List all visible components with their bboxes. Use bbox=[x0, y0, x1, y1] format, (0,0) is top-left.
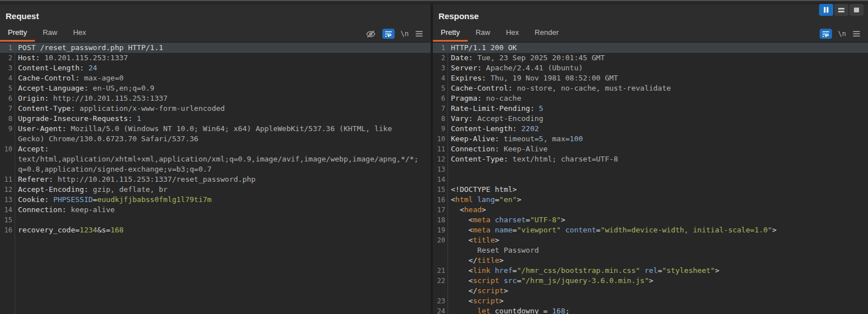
code-text: let countdowny = 168; bbox=[445, 306, 868, 314]
tab-pretty[interactable]: Pretty bbox=[433, 25, 468, 42]
code-row[interactable]: 1POST /reset_password.php HTTP/1.1 bbox=[0, 43, 431, 53]
code-text: Accept-Language: en-US,en;q=0.9 bbox=[12, 83, 431, 93]
line-number: 13 bbox=[0, 195, 12, 205]
layout-button-group bbox=[819, 4, 864, 16]
response-toolbar: \n bbox=[820, 29, 868, 42]
code-row[interactable]: 2Host: 10.201.115.253:1337 bbox=[0, 53, 431, 63]
code-row[interactable]: 7Content-Type: application/x-www-form-ur… bbox=[0, 104, 431, 114]
code-row[interactable]: 6Pragma: no-cache bbox=[433, 93, 868, 104]
code-text: </script> bbox=[445, 286, 868, 296]
code-row[interactable]: 23 <script> bbox=[433, 296, 868, 306]
line-number: 14 bbox=[0, 205, 12, 215]
code-row[interactable]: 21 <link href="/hmr_css/bootstrap.min.cs… bbox=[433, 266, 868, 276]
tab-pretty[interactable]: Pretty bbox=[0, 25, 35, 42]
code-text bbox=[445, 174, 868, 185]
code-row[interactable]: text/html,application/xhtml+xml,applicat… bbox=[0, 154, 431, 164]
line-number: 4 bbox=[0, 73, 12, 83]
columns-layout-button[interactable] bbox=[819, 4, 833, 16]
line-number: 19 bbox=[433, 225, 445, 235]
code-row[interactable]: 4Expires: Thu, 19 Nov 1981 08:52:00 GMT bbox=[433, 73, 868, 83]
code-row[interactable]: </title> bbox=[433, 255, 868, 266]
code-row[interactable]: 10Accept: bbox=[0, 144, 431, 154]
tab-render[interactable]: Render bbox=[527, 25, 567, 42]
code-row[interactable]: 14 bbox=[433, 174, 868, 185]
newline-icon[interactable]: \n bbox=[838, 30, 846, 38]
word-wrap-icon[interactable] bbox=[382, 29, 395, 39]
line-number: 5 bbox=[433, 83, 445, 93]
code-row[interactable]: 16<html lang="en"> bbox=[433, 195, 868, 205]
code-row[interactable]: 3Server: Apache/2.4.41 (Ubuntu) bbox=[433, 63, 868, 73]
code-row[interactable]: 4Cache-Control: max-age=0 bbox=[0, 73, 431, 83]
line-number: 14 bbox=[433, 174, 445, 185]
line-number: 24 bbox=[433, 306, 445, 314]
message-editor-split: Request PrettyRawHex bbox=[0, 5, 868, 314]
code-row[interactable]: 8Upgrade-Insecure-Requests: 1 bbox=[0, 114, 431, 124]
code-row[interactable]: 8Vary: Accept-Encoding bbox=[433, 114, 868, 124]
code-row[interactable]: Gecko) Chrome/130.0.6723.70 Safari/537.3… bbox=[0, 134, 431, 144]
response-panel: Response PrettyRawHexRender \n bbox=[433, 5, 868, 314]
tab-raw[interactable]: Raw bbox=[35, 25, 65, 42]
code-text: Cache-Control: max-age=0 bbox=[12, 73, 431, 83]
code-row[interactable]: 12Content-Type: text/html; charset=UTF-8 bbox=[433, 154, 868, 164]
code-text bbox=[445, 164, 868, 174]
line-number: 8 bbox=[433, 114, 445, 124]
single-layout-button[interactable] bbox=[849, 4, 864, 16]
code-row[interactable]: 16recovery_code=1234&s=168 bbox=[0, 225, 431, 235]
word-wrap-icon[interactable] bbox=[820, 29, 832, 39]
code-row[interactable]: q=0.8,application/signed-exchange;v=b3;q… bbox=[0, 164, 431, 174]
code-row[interactable]: 17 <head> bbox=[433, 205, 868, 215]
code-row[interactable]: 2Date: Tue, 23 Sep 2025 20:01:45 GMT bbox=[433, 53, 868, 63]
code-row[interactable]: </script> bbox=[433, 286, 868, 296]
code-text: <html lang="en"> bbox=[445, 195, 868, 205]
code-row[interactable]: 5Accept-Language: en-US,en;q=0.9 bbox=[0, 83, 431, 93]
code-text: <meta name="viewport" content="width=dev… bbox=[445, 225, 868, 235]
code-text: User-Agent: Mozilla/5.0 (Windows NT 10.0… bbox=[12, 124, 431, 134]
code-row[interactable]: 18 <meta charset="UTF-8"> bbox=[433, 215, 868, 225]
code-row[interactable]: 15<!DOCTYPE html> bbox=[433, 185, 868, 195]
code-text: <link href="/hmr_css/bootstrap.min.css" … bbox=[445, 266, 868, 276]
line-number: 3 bbox=[433, 63, 445, 73]
code-row[interactable]: 5Cache-Control: no-store, no-cache, must… bbox=[433, 83, 868, 93]
code-row[interactable]: 9User-Agent: Mozilla/5.0 (Windows NT 10.… bbox=[0, 124, 431, 134]
tab-hex[interactable]: Hex bbox=[498, 25, 527, 42]
code-text: Content-Type: text/html; charset=UTF-8 bbox=[445, 154, 868, 164]
code-row[interactable]: 20 <title> bbox=[433, 235, 868, 245]
tab-list: PrettyRawHex bbox=[0, 25, 94, 42]
line-number: 1 bbox=[433, 43, 445, 53]
menu-icon[interactable] bbox=[415, 30, 423, 37]
line-number bbox=[0, 164, 12, 174]
code-row[interactable]: Reset Password bbox=[433, 245, 868, 255]
hide-nonprintable-icon[interactable] bbox=[365, 30, 376, 38]
code-row[interactable]: 11Connection: Keep-Alive bbox=[433, 144, 868, 154]
code-row[interactable]: 13 bbox=[433, 164, 868, 174]
tab-list: PrettyRawHexRender bbox=[433, 25, 567, 42]
code-row[interactable]: 3Content-Length: 24 bbox=[0, 63, 431, 73]
line-number: 15 bbox=[433, 185, 445, 195]
code-row[interactable]: 24 let countdowny = 168; bbox=[433, 306, 868, 314]
tab-raw[interactable]: Raw bbox=[468, 25, 498, 42]
code-row[interactable]: 14Connection: keep-alive bbox=[0, 205, 431, 215]
line-number: 17 bbox=[433, 205, 445, 215]
code-row[interactable]: 7Rate-Limit-Pending: 5 bbox=[433, 104, 868, 114]
line-number: 22 bbox=[433, 276, 445, 286]
code-row[interactable]: 22 <script src="/hrm_js/jquery-3.6.0.min… bbox=[433, 276, 868, 286]
menu-icon[interactable] bbox=[852, 30, 861, 37]
code-row[interactable]: 12Accept-Encoding: gzip, deflate, br bbox=[0, 185, 431, 195]
response-tabbar: PrettyRawHexRender \n bbox=[433, 25, 868, 42]
code-row[interactable]: 6Origin: http://10.201.115.253:1337 bbox=[0, 93, 431, 104]
line-number: 7 bbox=[433, 104, 445, 114]
code-row[interactable]: 19 <meta name="viewport" content="width=… bbox=[433, 225, 868, 235]
code-text: Reset Password bbox=[445, 245, 868, 255]
tab-hex[interactable]: Hex bbox=[65, 25, 94, 42]
code-row[interactable]: 15 bbox=[0, 215, 431, 225]
line-number bbox=[0, 154, 12, 164]
code-row[interactable]: 10Keep-Alive: timeout=5, max=100 bbox=[433, 134, 868, 144]
code-row[interactable]: 11Referer: http://10.201.115.253:1337/re… bbox=[0, 174, 431, 185]
newline-icon[interactable]: \n bbox=[401, 30, 409, 38]
code-row[interactable]: 1HTTP/1.1 200 OK bbox=[433, 43, 868, 53]
code-row[interactable]: 13Cookie: PHPSESSID=euudkjfjbabss0fmlg1l… bbox=[0, 195, 431, 205]
rows-layout-button[interactable] bbox=[834, 4, 848, 16]
code-row[interactable]: 9Content-Length: 2202 bbox=[433, 124, 868, 134]
code-text: Content-Length: 24 bbox=[12, 63, 431, 73]
code-text: Expires: Thu, 19 Nov 1981 08:52:00 GMT bbox=[445, 73, 868, 83]
